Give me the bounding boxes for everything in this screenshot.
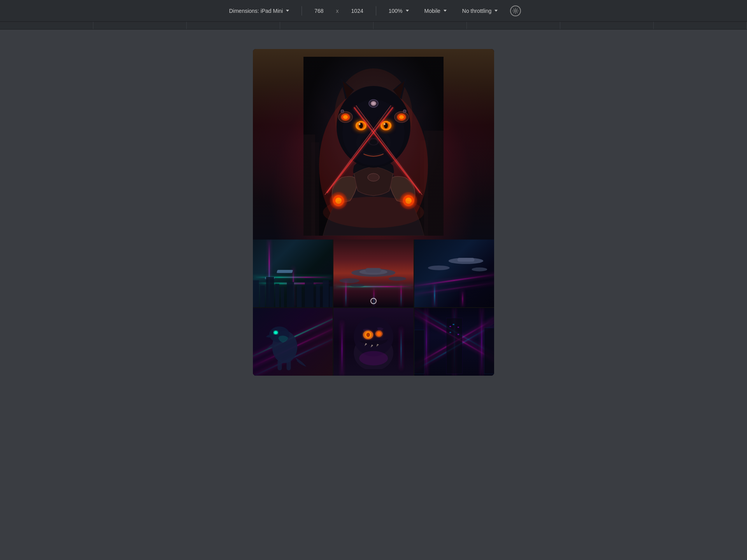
- throttling-value: No throttling: [462, 8, 491, 14]
- ruler-seg-3: [187, 22, 280, 29]
- city-neon-v2: [374, 287, 374, 307]
- thumb-3-content: [414, 240, 494, 307]
- svg-point-61: [340, 278, 359, 283]
- ruler-seg-4: [280, 22, 374, 29]
- svg-rect-47: [253, 280, 259, 307]
- svg-point-14: [368, 173, 379, 181]
- ruler-seg-1: [0, 22, 93, 29]
- dimensions-chevron-icon: [286, 10, 289, 12]
- svg-point-80: [377, 331, 381, 336]
- svg-rect-53: [297, 285, 302, 307]
- svg-rect-56: [323, 280, 329, 307]
- height-field[interactable]: 1024: [348, 6, 366, 16]
- thumb-1-content: [253, 240, 333, 307]
- svg-point-66: [428, 266, 450, 270]
- thumb-5-content: [333, 308, 413, 376]
- mode-value: Mobile: [424, 8, 440, 14]
- dino-svg-1: [257, 315, 313, 372]
- dimensions-label: Dimensions: iPad Mini: [229, 8, 283, 14]
- dino-svg-2: [342, 312, 405, 369]
- svg-point-62: [389, 277, 406, 281]
- svg-rect-89: [458, 334, 459, 335]
- svg-rect-52: [287, 282, 294, 307]
- thumb-6-content: [414, 308, 494, 376]
- ruler-bar: [0, 22, 747, 30]
- city-neon-r1: [434, 284, 435, 307]
- svg-rect-49: [266, 277, 274, 307]
- svg-point-40: [359, 123, 361, 125]
- mode-dropdown[interactable]: Mobile: [421, 6, 450, 16]
- hero-illustration: [253, 49, 494, 240]
- svg-point-27: [403, 110, 406, 113]
- thumbnail-4[interactable]: [253, 308, 333, 376]
- dimensions-dropdown[interactable]: Dimensions: iPad Mini: [226, 6, 293, 16]
- city-svg: [253, 267, 333, 307]
- zoom-dropdown[interactable]: 100%: [386, 6, 412, 16]
- city-neon-v3: [401, 284, 402, 307]
- mode-chevron-icon: [444, 10, 447, 12]
- svg-point-63: [350, 284, 365, 287]
- separator-1: [302, 6, 302, 16]
- thumb-2-content: [333, 240, 413, 307]
- throttling-chevron-icon: [494, 10, 498, 12]
- svg-rect-86: [452, 324, 454, 325]
- svg-rect-54: [305, 278, 314, 307]
- width-field[interactable]: 768: [311, 6, 326, 16]
- wolf-illustration: [303, 57, 444, 236]
- device-frame: [253, 49, 494, 376]
- x-separator: x: [336, 8, 339, 14]
- throttling-dropdown[interactable]: No throttling: [459, 6, 501, 16]
- ruler-seg-2: [93, 22, 187, 29]
- main-area: [0, 30, 747, 560]
- thumbnail-6[interactable]: [414, 308, 494, 376]
- ships-right-svg: [414, 253, 494, 280]
- zoom-chevron-icon: [406, 10, 409, 12]
- zoom-value: 100%: [389, 8, 403, 14]
- thumbnail-5[interactable]: [333, 308, 413, 376]
- svg-rect-82: [446, 318, 462, 374]
- city-neon-r2: [462, 290, 463, 308]
- svg-rect-85: [449, 326, 451, 327]
- thumbnail-2[interactable]: [333, 240, 413, 307]
- separator-2: [376, 6, 376, 16]
- svg-rect-60: [365, 268, 381, 273]
- thumb-4-content: [253, 308, 333, 376]
- svg-rect-3: [311, 142, 319, 236]
- ruler-seg-8: [654, 22, 747, 29]
- city-buildings-svg: [414, 308, 494, 376]
- svg-rect-55: [316, 284, 320, 307]
- svg-point-31: [370, 139, 377, 145]
- carousel-dot: [370, 298, 377, 304]
- app-content: [253, 49, 494, 376]
- svg-rect-88: [449, 332, 451, 333]
- ruler-seg-7: [560, 22, 654, 29]
- svg-rect-50: [275, 284, 279, 307]
- svg-point-19: [372, 102, 375, 105]
- svg-rect-51: [281, 287, 284, 307]
- svg-rect-87: [458, 327, 459, 328]
- thumbnail-grid: [253, 240, 494, 376]
- svg-point-46: [323, 197, 424, 228]
- svg-point-26: [341, 110, 344, 113]
- thumbnail-1[interactable]: [253, 240, 333, 307]
- svg-rect-84: [484, 328, 494, 374]
- svg-rect-57: [330, 286, 333, 307]
- city-neon-v1: [345, 280, 346, 307]
- device-toolbar: Dimensions: iPad Mini 768 x 1024 100% Mo…: [0, 0, 747, 22]
- svg-rect-73: [287, 360, 291, 371]
- svg-rect-48: [260, 285, 265, 307]
- svg-point-22: [343, 115, 348, 119]
- svg-point-71: [275, 332, 277, 334]
- svg-point-41: [384, 123, 386, 125]
- svg-rect-65: [457, 258, 474, 262]
- ruler-seg-6: [467, 22, 560, 29]
- thumbnail-3[interactable]: [414, 240, 494, 307]
- svg-rect-83: [414, 330, 424, 374]
- settings-icon[interactable]: [510, 5, 521, 16]
- svg-point-78: [366, 332, 370, 337]
- svg-rect-72: [278, 360, 282, 371]
- svg-point-0: [515, 10, 517, 12]
- height-value: 1024: [351, 8, 363, 14]
- ruler-seg-5: [374, 22, 467, 29]
- hero-image: [253, 49, 494, 240]
